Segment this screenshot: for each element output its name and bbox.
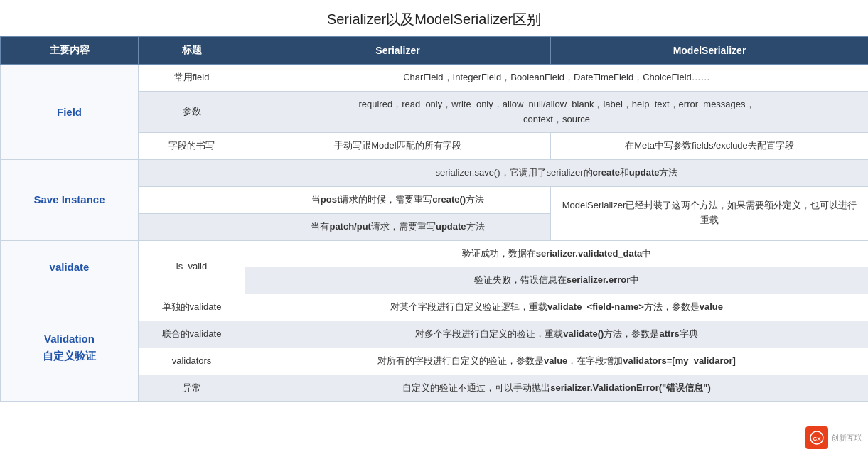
cell-sub-params: 参数 bbox=[139, 91, 245, 133]
cell-content-combined-validate: 对多个字段进行自定义的验证，重载validate()方法，参数是attrs字典 bbox=[245, 321, 869, 348]
cell-mod-save2: ModelSerializer已经封装了这两个方法，如果需要额外定义，也可以进行… bbox=[551, 186, 869, 240]
page-title: Serializer以及ModelSerializer区别 bbox=[0, 0, 868, 36]
logo-text: 创新互联 bbox=[831, 433, 862, 443]
comparison-table: 主要内容 标题 Serializer ModelSerializer Field… bbox=[0, 36, 868, 402]
header-serializer: Serializer bbox=[245, 37, 551, 65]
cell-sub-combined-validate: 联合的validate bbox=[139, 321, 245, 348]
table-header-row: 主要内容 标题 Serializer ModelSerializer bbox=[1, 37, 869, 65]
cell-sub-changefield: 常用field bbox=[139, 65, 245, 92]
cell-ser-save2: 当post请求的时候，需要重写create()方法 bbox=[245, 186, 551, 213]
cell-main-validation: Validation自定义验证 bbox=[1, 294, 139, 402]
cell-content-charfield: CharField，IntegerField，BooleanField，Date… bbox=[245, 65, 869, 92]
cell-sub-save1 bbox=[139, 160, 245, 187]
cell-main-save: Save Instance bbox=[1, 160, 139, 240]
cell-content-validate-success: 验证成功，数据在serializer.validated_data中 bbox=[245, 240, 869, 267]
table-row: Field 常用field CharField，IntegerField，Boo… bbox=[1, 65, 869, 92]
cell-ser-fieldwrite: 手动写跟Model匹配的所有字段 bbox=[245, 133, 551, 160]
header-sub: 标题 bbox=[139, 37, 245, 65]
svg-text:CX: CX bbox=[813, 436, 821, 442]
cell-content-validators: 对所有的字段进行自定义的验证，参数是value，在字段增加validators=… bbox=[245, 348, 869, 375]
cell-content-single-validate: 对某个字段进行自定义验证逻辑，重载validate_<field-name>方法… bbox=[245, 294, 869, 321]
cell-main-field: Field bbox=[1, 65, 139, 160]
cell-sub-validators: validators bbox=[139, 348, 245, 375]
cell-sub-single-validate: 单独的validate bbox=[139, 294, 245, 321]
cell-sub-save3 bbox=[139, 213, 245, 240]
cell-content-exception: 自定义的验证不通过，可以手动抛出serializer.ValidationErr… bbox=[245, 375, 869, 402]
header-modelserializer: ModelSerializer bbox=[551, 37, 869, 65]
cell-content-validate-fail: 验证失败，错误信息在serializer.error中 bbox=[245, 267, 869, 294]
table-row: Save Instance serializer.save()，它调用了seri… bbox=[1, 160, 869, 187]
cell-content-save1: serializer.save()，它调用了serializer的create和… bbox=[245, 160, 869, 187]
cell-sub-fieldwrite: 字段的书写 bbox=[139, 133, 245, 160]
table-row: validate is_valid 验证成功，数据在serializer.val… bbox=[1, 240, 869, 267]
cell-content-params: required，read_only，write_only，allow_null… bbox=[245, 91, 869, 133]
logo-svg: CX bbox=[809, 430, 825, 446]
bottom-logo: CX 创新互联 bbox=[805, 426, 862, 449]
cell-ser-save3: 当有patch/put请求，需要重写update方法 bbox=[245, 213, 551, 240]
logo-icon: CX bbox=[805, 426, 828, 449]
page-wrapper: Serializer以及ModelSerializer区别 主要内容 标题 Se… bbox=[0, 0, 868, 452]
header-main: 主要内容 bbox=[1, 37, 139, 65]
cell-main-validate: validate bbox=[1, 240, 139, 294]
cell-mod-fieldwrite: 在Meta中写参数fields/exclude去配置字段 bbox=[551, 133, 869, 160]
table-row: Validation自定义验证 单独的validate 对某个字段进行自定义验证… bbox=[1, 294, 869, 321]
cell-sub-exception: 异常 bbox=[139, 375, 245, 402]
cell-sub-save2 bbox=[139, 186, 245, 213]
cell-sub-isvalid: is_valid bbox=[139, 240, 245, 294]
